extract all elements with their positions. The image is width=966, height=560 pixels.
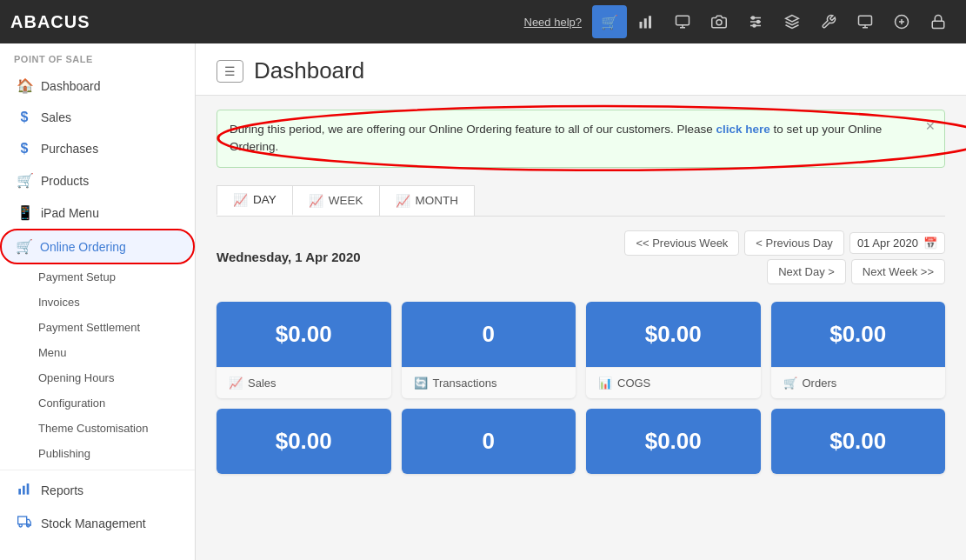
metric-card-orders: $0.00 🛒 Orders <box>771 302 946 398</box>
metric-card-2-0: $0.00 <box>217 409 391 474</box>
alert-close-btn[interactable]: ✕ <box>925 119 936 133</box>
nav-layers-btn[interactable] <box>775 5 809 38</box>
alert-text: During this period, we are offering our … <box>230 123 716 136</box>
next-week-btn[interactable]: Next Week >> <box>851 259 945 284</box>
transactions-metric-icon: 🔄 <box>414 377 428 390</box>
next-day-btn[interactable]: Next Day > <box>767 259 846 284</box>
metric-label-orders: 🛒 Orders <box>771 367 946 398</box>
metric-card-transactions: 0 🔄 Transactions <box>402 302 576 398</box>
sidebar-item-label: Stock Management <box>41 517 146 530</box>
sidebar-item-label: Sales <box>41 110 71 124</box>
main-layout: POINT OF SALE 🏠 Dashboard $ Sales $ Purc… <box>0 43 966 560</box>
nav-sliders-btn[interactable] <box>738 5 773 38</box>
svg-rect-1 <box>644 18 647 28</box>
date-row-bottom: Next Day > Next Week >> <box>767 259 945 284</box>
date-row-top: << Previous Week < Previous Day 01 Apr 2… <box>624 230 945 256</box>
date-input-wrap: 01 Apr 2020 📅 <box>849 232 945 254</box>
sub-item-payment-settlement[interactable]: Payment Settlement <box>0 315 195 340</box>
metric-label-transactions: 🔄 Transactions <box>402 367 576 398</box>
sidebar-item-label: Online Ordering <box>40 240 126 254</box>
nav-wrench-btn[interactable] <box>811 5 846 38</box>
sidebar-divider <box>0 470 195 470</box>
metric-value-cogs: $0.00 <box>586 302 761 367</box>
sales-metric-icon: 📈 <box>229 377 243 390</box>
sidebar-section-label: POINT OF SALE <box>0 43 195 70</box>
dashboard-icon: 🏠 <box>17 77 32 94</box>
sidebar-item-online-ordering[interactable]: 🛒 Online Ordering <box>0 229 195 264</box>
metric-value-2-2: $0.00 <box>586 409 761 474</box>
tab-day[interactable]: 📈 DAY <box>217 185 293 216</box>
metric-card-2-3: $0.00 <box>771 409 946 474</box>
nav-plus-btn[interactable] <box>884 5 919 38</box>
sub-item-invoices[interactable]: Invoices <box>0 290 195 315</box>
tab-day-icon: 📈 <box>233 193 248 207</box>
svg-rect-23 <box>27 483 30 495</box>
help-link[interactable]: Need help? <box>524 16 583 29</box>
svg-point-10 <box>752 17 755 19</box>
sub-item-payment-setup[interactable]: Payment Setup <box>0 264 195 290</box>
metric-label-sales: 📈 Sales <box>217 367 391 398</box>
tabs-row: 📈 DAY 📈 WEEK 📈 MONTH <box>217 185 945 217</box>
metric-card-2-1: 0 <box>402 409 576 474</box>
tab-week[interactable]: 📈 WEEK <box>292 185 380 216</box>
reports-icon <box>17 482 32 499</box>
sidebar-toggle-btn[interactable]: ☰ <box>217 60 243 83</box>
online-ordering-icon: 🛒 <box>16 238 31 255</box>
nav-cart-btn[interactable]: 🛒 <box>592 5 627 38</box>
sidebar-item-purchases[interactable]: $ Purchases <box>0 133 195 164</box>
svg-point-27 <box>218 106 966 170</box>
nav-chart-btn[interactable] <box>629 5 663 38</box>
sub-item-opening-hours[interactable]: Opening Hours <box>0 365 195 390</box>
products-icon: 🛒 <box>17 172 32 189</box>
sidebar-item-sales[interactable]: $ Sales <box>0 102 195 133</box>
nav-desktop-btn[interactable] <box>848 5 883 38</box>
sub-item-theme-customisation[interactable]: Theme Customisation <box>0 416 195 441</box>
metric-value-transactions: 0 <box>402 302 576 367</box>
purchases-icon: $ <box>17 141 32 157</box>
sub-item-publishing[interactable]: Publishing <box>0 441 195 466</box>
sidebar-item-dashboard[interactable]: 🏠 Dashboard <box>0 70 195 102</box>
stock-icon <box>17 515 32 532</box>
nav-monitor-btn[interactable] <box>665 5 700 38</box>
alert-link[interactable]: click here <box>716 123 770 136</box>
svg-point-12 <box>753 24 756 27</box>
metric-value-2-1: 0 <box>402 409 576 474</box>
sidebar-item-products[interactable]: 🛒 Products <box>0 164 195 197</box>
prev-week-btn[interactable]: << Previous Week <box>624 230 739 256</box>
brand-logo: ABACUS <box>10 12 90 32</box>
svg-marker-13 <box>786 16 799 23</box>
sub-item-menu[interactable]: Menu <box>0 340 195 365</box>
alert-banner: During this period, we are offering our … <box>217 110 945 168</box>
nav-camera-btn[interactable] <box>702 5 736 38</box>
top-nav: ABACUS Need help? 🛒 <box>0 0 966 43</box>
sidebar-item-stock-management[interactable]: Stock Management <box>0 507 195 540</box>
main-content: ☰ Dashboard During this period, we are o… <box>196 43 966 560</box>
metric-value-sales: $0.00 <box>217 302 391 367</box>
svg-rect-21 <box>18 489 21 495</box>
svg-rect-24 <box>18 517 27 524</box>
metrics-grid-2: $0.00 0 $0.00 $0.00 <box>217 409 945 474</box>
ipad-icon: 📱 <box>17 204 32 221</box>
svg-point-11 <box>757 21 760 23</box>
svg-rect-3 <box>676 16 690 25</box>
tab-month[interactable]: 📈 MONTH <box>379 185 476 216</box>
metric-card-sales: $0.00 📈 Sales <box>217 302 391 398</box>
metric-label-cogs: 📊 COGS <box>586 367 761 398</box>
tab-month-icon: 📈 <box>396 194 410 208</box>
sidebar-item-label: Purchases <box>41 142 98 156</box>
sub-item-configuration[interactable]: Configuration <box>0 390 195 416</box>
nav-lock-btn[interactable] <box>921 5 956 38</box>
sidebar-item-label: Products <box>41 174 89 188</box>
date-label: Wednesday, 1 Apr 2020 <box>217 250 617 264</box>
date-nav-buttons: << Previous Week < Previous Day 01 Apr 2… <box>624 230 945 284</box>
prev-day-btn[interactable]: < Previous Day <box>744 230 844 256</box>
sidebar-item-label: iPad Menu <box>41 206 99 220</box>
sidebar-item-ipad-menu[interactable]: 📱 iPad Menu <box>0 197 195 229</box>
sidebar: POINT OF SALE 🏠 Dashboard $ Sales $ Purc… <box>0 43 196 560</box>
orders-metric-icon: 🛒 <box>783 377 797 390</box>
sidebar-item-reports[interactable]: Reports <box>0 474 195 507</box>
svg-rect-2 <box>649 16 651 28</box>
sales-icon: $ <box>17 110 32 125</box>
calendar-icon[interactable]: 📅 <box>923 237 937 250</box>
metric-value-orders: $0.00 <box>771 302 946 367</box>
